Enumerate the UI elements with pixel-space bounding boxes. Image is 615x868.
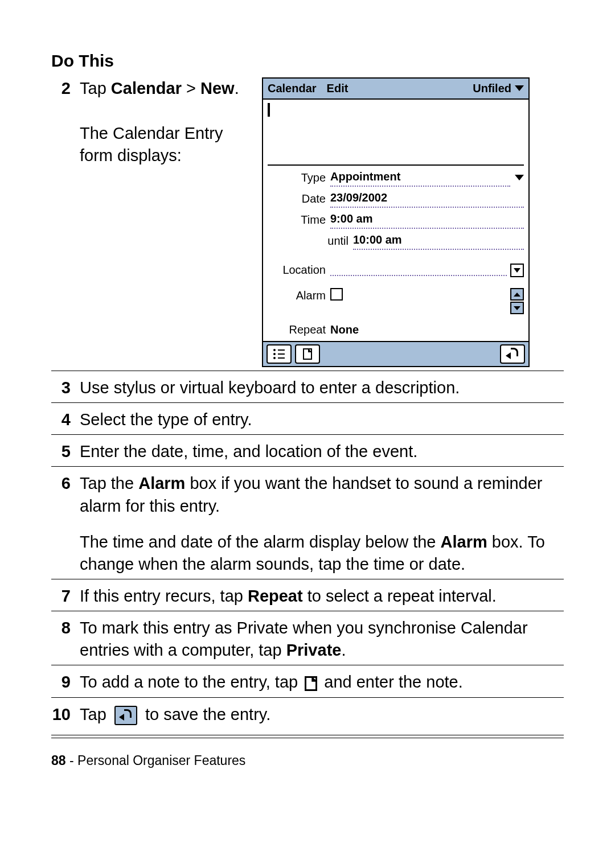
step10-a: Tap bbox=[80, 705, 111, 723]
step2-gt: > bbox=[182, 79, 200, 97]
chevron-down-icon bbox=[514, 268, 520, 273]
step-number: 7 bbox=[51, 579, 80, 611]
step7-repeat-bold: Repeat bbox=[248, 587, 303, 605]
step3-text: Use stylus or virtual keyboard to enter … bbox=[80, 371, 564, 403]
chevron-down-icon[interactable] bbox=[515, 85, 524, 92]
list-icon bbox=[273, 349, 285, 359]
menu-edit[interactable]: Edit bbox=[327, 81, 348, 96]
step9-a: To add a note to the entry, tap bbox=[80, 673, 302, 691]
step-number: 5 bbox=[51, 435, 80, 467]
step7-c: to select a repeat interval. bbox=[303, 587, 497, 605]
step2-tap-text: Tap bbox=[80, 79, 111, 97]
step6-p2a: The time and date of the alarm display b… bbox=[80, 533, 441, 551]
note-icon bbox=[305, 676, 317, 691]
location-label: Location bbox=[268, 262, 330, 278]
time-field[interactable]: 9:00 am bbox=[330, 211, 524, 229]
footer-sep: - bbox=[66, 753, 77, 768]
step7-a: If this entry recurs, tap bbox=[80, 587, 248, 605]
alarm-checkbox[interactable] bbox=[330, 288, 343, 301]
save-icon bbox=[114, 706, 137, 725]
type-label: Type bbox=[268, 170, 330, 186]
repeat-value[interactable]: None bbox=[330, 322, 359, 338]
note-icon bbox=[303, 348, 312, 360]
steps-table: 2 Tap Calendar > New. The Calendar Entry… bbox=[51, 74, 564, 729]
step6-p1a: Tap the bbox=[80, 474, 138, 492]
page-number: 88 bbox=[51, 753, 66, 768]
section-end-rule bbox=[51, 735, 564, 738]
calendar-entry-form: Calendar Edit Unfiled Type Appoi bbox=[262, 77, 530, 367]
step8-private-bold: Private bbox=[286, 641, 342, 659]
location-field[interactable] bbox=[330, 265, 507, 276]
step8-c: . bbox=[341, 641, 346, 659]
alarm-label: Alarm bbox=[268, 288, 330, 303]
step2-new-bold: New bbox=[200, 79, 235, 97]
date-label: Date bbox=[268, 191, 330, 207]
step-number: 8 bbox=[51, 611, 80, 665]
location-dropdown-button[interactable] bbox=[510, 264, 524, 277]
section-title: Personal Organiser Features bbox=[77, 753, 245, 768]
time-label: Time bbox=[268, 212, 330, 228]
until-label: until bbox=[268, 233, 353, 249]
description-input[interactable] bbox=[268, 103, 524, 166]
column-header-do-this: Do This bbox=[51, 51, 564, 71]
step-number: 3 bbox=[51, 371, 80, 403]
step2-period: . bbox=[235, 79, 239, 97]
note-button[interactable] bbox=[295, 344, 320, 364]
step-number: 6 bbox=[51, 467, 80, 579]
step-number: 9 bbox=[51, 665, 80, 697]
step-number: 10 bbox=[51, 697, 80, 729]
return-icon bbox=[507, 350, 518, 358]
step10-c: to save the entry. bbox=[145, 705, 270, 723]
step2-subtext: The Calendar Entry form displays: bbox=[80, 122, 239, 167]
page-footer: 88 - Personal Organiser Features bbox=[51, 753, 564, 768]
step6-alarm2-bold: Alarm bbox=[441, 533, 487, 551]
step6-alarm-bold: Alarm bbox=[138, 474, 185, 492]
step2-calendar-bold: Calendar bbox=[111, 79, 182, 97]
list-view-button[interactable] bbox=[266, 344, 292, 364]
repeat-label: Repeat bbox=[268, 322, 330, 338]
step-number: 2 bbox=[51, 74, 80, 371]
save-button[interactable] bbox=[500, 344, 525, 364]
step9-c: and enter the note. bbox=[324, 673, 462, 691]
chevron-down-icon bbox=[514, 306, 520, 310]
scroll-up-button[interactable] bbox=[510, 288, 524, 301]
until-field[interactable]: 10:00 am bbox=[353, 232, 524, 250]
step5-text: Enter the date, time, and location of th… bbox=[80, 435, 564, 467]
step4-text: Select the type of entry. bbox=[80, 403, 564, 435]
step-number: 4 bbox=[51, 403, 80, 435]
folder-selector[interactable]: Unfiled bbox=[473, 81, 511, 96]
date-field[interactable]: 23/09/2002 bbox=[330, 190, 524, 208]
chevron-down-icon[interactable] bbox=[515, 175, 524, 182]
scroll-down-button[interactable] bbox=[510, 302, 524, 314]
menu-calendar[interactable]: Calendar bbox=[268, 81, 317, 96]
type-field[interactable]: Appointment bbox=[330, 169, 510, 187]
return-icon bbox=[120, 711, 132, 719]
chevron-up-icon bbox=[514, 293, 520, 297]
